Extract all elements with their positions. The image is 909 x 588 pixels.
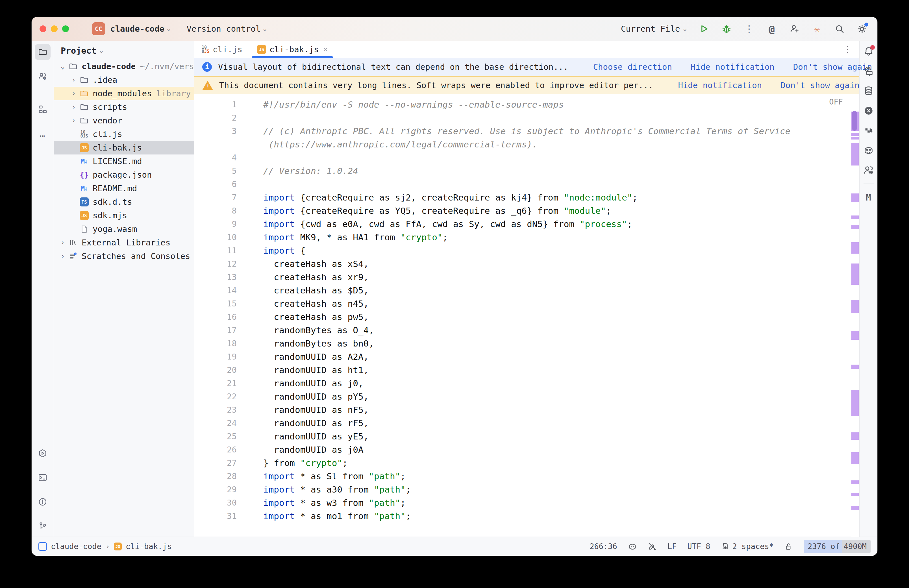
- chevron-collapsed-icon[interactable]: ›: [69, 89, 79, 97]
- code-line[interactable]: 21 randomUUID as j0,: [194, 377, 851, 390]
- line-number[interactable]: 19: [194, 350, 249, 363]
- copilot-status-icon[interactable]: [628, 542, 637, 551]
- line-number[interactable]: 16: [194, 310, 249, 324]
- version-control-menu[interactable]: Version control ⌄: [187, 24, 267, 34]
- project-panel-header[interactable]: Project ⌄: [54, 41, 194, 58]
- line-number[interactable]: 23: [194, 403, 249, 417]
- tree-item-external-libraries[interactable]: ›External Libraries: [54, 236, 194, 249]
- line-number[interactable]: 30: [194, 496, 249, 509]
- code-editor[interactable]: OFF 1#!/usr/bin/env -S node --no-warning…: [194, 94, 859, 537]
- code-line[interactable]: 5// Version: 1.0.24: [194, 164, 851, 178]
- code-line[interactable]: 30import * as w3 from "path";: [194, 496, 851, 509]
- ai-assistant-icon[interactable]: @: [766, 23, 777, 34]
- code-line[interactable]: (https://www.anthropic.com/legal/commerc…: [194, 138, 851, 151]
- scrollbar-thumb[interactable]: [852, 111, 857, 131]
- notifications-button[interactable]: [862, 45, 875, 58]
- tree-item-claude-code[interactable]: ⌄claude-code~/.nvm/vers: [54, 60, 194, 73]
- code-line[interactable]: 4: [194, 151, 851, 164]
- line-number[interactable]: 3: [194, 124, 249, 138]
- line-number[interactable]: 28: [194, 470, 249, 483]
- project-tool-button[interactable]: [35, 44, 50, 60]
- caret-position-widget[interactable]: 266:36: [589, 542, 617, 551]
- line-number[interactable]: 22: [194, 390, 249, 403]
- line-number[interactable]: 4: [194, 151, 249, 164]
- close-tab-icon[interactable]: ×: [323, 45, 328, 54]
- tree-item-yoga-wasm[interactable]: yoga.wasm: [54, 222, 194, 236]
- tab-cli-js[interactable]: 100JS cli.js: [194, 41, 250, 58]
- code-line[interactable]: 16 createHash as pw5,: [194, 310, 851, 324]
- minimize-window-button[interactable]: [51, 26, 58, 32]
- indent-widget[interactable]: 2 spaces*: [721, 542, 774, 551]
- copilot-tool-button[interactable]: [862, 144, 875, 157]
- code-line[interactable]: 9import {cwd as e0A, cwd as FfA, cwd as …: [194, 218, 851, 231]
- code-line[interactable]: 2: [194, 111, 851, 124]
- line-number[interactable]: 21: [194, 377, 249, 390]
- line-number[interactable]: 8: [194, 204, 249, 218]
- line-number[interactable]: [194, 138, 249, 151]
- database-tool-button[interactable]: [862, 85, 875, 97]
- tree-item-license-md[interactable]: M↓LICENSE.md: [54, 155, 194, 168]
- chevron-collapsed-icon[interactable]: ›: [69, 116, 79, 124]
- code-line[interactable]: 20 randomUUID as ht1,: [194, 363, 851, 377]
- copilot-chat-tool-button[interactable]: [862, 164, 875, 176]
- line-number[interactable]: 31: [194, 509, 249, 523]
- chevron-collapsed-icon[interactable]: ›: [58, 239, 68, 247]
- tree-item-scripts[interactable]: ›scripts: [54, 100, 194, 114]
- line-number[interactable]: 12: [194, 257, 249, 271]
- tree-item-node-modules[interactable]: ›node_moduleslibrary: [54, 87, 194, 100]
- line-number[interactable]: 13: [194, 271, 249, 284]
- breadcrumb-file[interactable]: cli-bak.js: [126, 542, 172, 551]
- line-number[interactable]: 20: [194, 363, 249, 377]
- highlighting-level-icon[interactable]: [648, 542, 657, 551]
- code-line[interactable]: 24 randomUUID as rF5,: [194, 417, 851, 430]
- line-number[interactable]: 25: [194, 430, 249, 443]
- git-tool-button[interactable]: [35, 518, 50, 534]
- code-line[interactable]: 17 randomBytes as O_4,: [194, 324, 851, 337]
- project-menu[interactable]: claude-code ⌄: [110, 24, 171, 34]
- code-line[interactable]: 19 randomUUID as A2A,: [194, 350, 851, 363]
- more-actions-button[interactable]: ⋮: [743, 23, 755, 34]
- x-plugin-tool-button[interactable]: [862, 105, 875, 117]
- code-line[interactable]: 7import {createRequire as sj2, createReq…: [194, 191, 851, 204]
- chevron-collapsed-icon[interactable]: ›: [58, 252, 68, 260]
- tree-item-cli-bak-js[interactable]: JScli-bak.js: [54, 141, 194, 155]
- code-line[interactable]: 15 createHash as n45,: [194, 297, 851, 310]
- dont-show-again-link[interactable]: Don't show again: [780, 81, 859, 90]
- error-stripe[interactable]: [851, 94, 859, 537]
- tree-item-vendor[interactable]: ›vendor: [54, 114, 194, 128]
- code-line[interactable]: 28import * as Sl from "path";: [194, 470, 851, 483]
- line-number[interactable]: 10: [194, 231, 249, 244]
- line-number[interactable]: 26: [194, 443, 249, 456]
- chevron-collapsed-icon[interactable]: ›: [69, 76, 79, 84]
- code-line[interactable]: 14 createHash as $D5,: [194, 284, 851, 297]
- run-button[interactable]: [698, 23, 710, 34]
- tree-item-package-json[interactable]: {}package.json: [54, 168, 194, 182]
- add-user-button[interactable]: [789, 23, 800, 34]
- code-line[interactable]: 31import * as mo1 from "path";: [194, 509, 851, 523]
- maximize-window-button[interactable]: [62, 26, 69, 32]
- line-number[interactable]: 14: [194, 284, 249, 297]
- tree-item-sdk-mjs[interactable]: JSsdk.mjs: [54, 209, 194, 222]
- ai-assistant-tool-button[interactable]: [862, 65, 875, 78]
- code-line[interactable]: 11import {: [194, 244, 851, 257]
- code-line[interactable]: 3// (c) Anthropic PBC. All rights reserv…: [194, 124, 851, 138]
- claude-plugin-icon[interactable]: ✳: [811, 23, 823, 34]
- search-everywhere-button[interactable]: [834, 23, 845, 34]
- line-number[interactable]: 24: [194, 417, 249, 430]
- problems-tool-button[interactable]: [35, 494, 50, 510]
- line-number[interactable]: 15: [194, 297, 249, 310]
- code-line[interactable]: 26 randomUUID as j0A: [194, 443, 851, 456]
- dont-show-again-link[interactable]: Don't show again: [793, 62, 872, 72]
- soft-wrap-off-badge[interactable]: OFF: [829, 97, 843, 106]
- line-number[interactable]: 7: [194, 191, 249, 204]
- tree-item-sdk-d-ts[interactable]: TSsdk.d.ts: [54, 195, 194, 209]
- hide-notification-link[interactable]: Hide notification: [678, 81, 762, 90]
- code-line[interactable]: 12 createHash as xS4,: [194, 257, 851, 271]
- line-number[interactable]: 11: [194, 244, 249, 257]
- tree-item-readme-md[interactable]: M↓README.md: [54, 182, 194, 195]
- code-line[interactable]: 10import MK9, * as HA1 from "crypto";: [194, 231, 851, 244]
- code-line[interactable]: 25 randomUUID as yE5,: [194, 430, 851, 443]
- line-number[interactable]: 17: [194, 324, 249, 337]
- tab-cli-bak-js[interactable]: JS cli-bak.js ×: [250, 41, 335, 58]
- structure-tool-button[interactable]: [35, 102, 50, 117]
